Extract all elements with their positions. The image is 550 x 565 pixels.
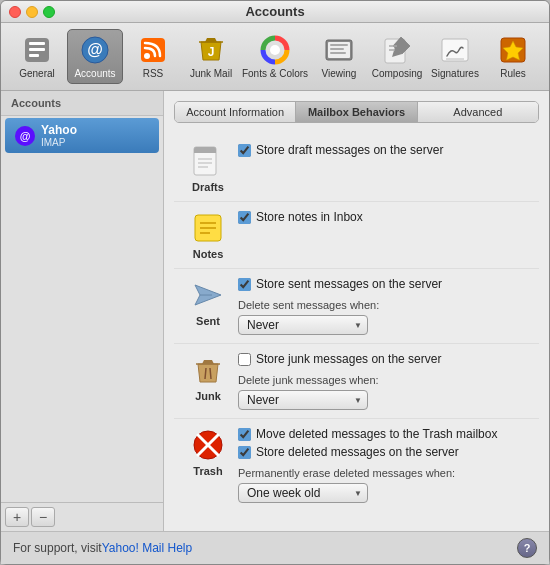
toolbar-rules-label: Rules: [500, 68, 526, 79]
tab-advanced[interactable]: Advanced: [418, 102, 538, 122]
trash-row: Trash Move deleted messages to the Trash…: [174, 419, 539, 511]
signatures-icon: [439, 34, 471, 66]
toolbar-junk-mail-label: Junk Mail: [190, 68, 232, 79]
tab-bar: Account Information Mailbox Behaviors Ad…: [174, 101, 539, 123]
sent-store-checkbox[interactable]: [238, 278, 251, 291]
drafts-controls: Store draft messages on the server: [238, 143, 535, 157]
notes-checkbox-row: Store notes in Inbox: [238, 210, 535, 224]
main-content: Accounts @ Yahoo IMAP + −: [1, 91, 549, 531]
close-button[interactable]: [9, 6, 21, 18]
trash-store-label: Store deleted messages on the server: [256, 445, 459, 459]
drafts-label: Drafts: [192, 181, 224, 193]
account-type: IMAP: [41, 137, 77, 148]
toolbar-rules[interactable]: Rules: [485, 30, 541, 83]
junk-label: Junk: [195, 390, 221, 402]
junk-icon-area: Junk: [178, 352, 238, 402]
sidebar-item-yahoo[interactable]: @ Yahoo IMAP: [5, 118, 159, 153]
toolbar-signatures-label: Signatures: [431, 68, 479, 79]
sidebar-header: Accounts: [1, 91, 163, 116]
help-button[interactable]: ?: [517, 538, 537, 558]
toolbar-fonts-colors[interactable]: Fonts & Colors: [241, 30, 309, 83]
accounts-icon: @: [79, 34, 111, 66]
footer-link[interactable]: Yahoo! Mail Help: [102, 541, 193, 555]
trash-select-wrapper: Never One day old One week old One week …: [238, 483, 368, 503]
rules-icon: [497, 34, 529, 66]
junk-mail-icon: J: [195, 34, 227, 66]
drafts-icon-area: Drafts: [178, 143, 238, 193]
trash-checkbox2-row: Store deleted messages on the server: [238, 445, 535, 459]
svg-rect-14: [330, 48, 344, 50]
add-account-button[interactable]: +: [5, 507, 29, 527]
svg-rect-1: [29, 42, 45, 45]
sent-label: Sent: [196, 315, 220, 327]
drafts-store-checkbox[interactable]: [238, 144, 251, 157]
account-icon: @: [15, 126, 35, 146]
trash-erase-select[interactable]: Never One day old One week old One week …: [238, 483, 368, 503]
tab-mailbox-behaviors[interactable]: Mailbox Behaviors: [296, 102, 417, 122]
toolbar-rss[interactable]: RSS: [125, 30, 181, 83]
footer-text: For support, visit: [13, 541, 102, 555]
svg-rect-13: [330, 44, 348, 46]
notes-icon-area: Notes: [178, 210, 238, 260]
toolbar-junk-mail[interactable]: J Junk Mail: [183, 30, 239, 83]
svg-text:J: J: [208, 45, 215, 59]
toolbar-general-label: General: [19, 68, 55, 79]
account-text: Yahoo IMAP: [41, 123, 77, 148]
trash-move-label: Move deleted messages to the Trash mailb…: [256, 427, 497, 441]
notes-row: Notes Store notes in Inbox: [174, 202, 539, 269]
trash-store-checkbox[interactable]: [238, 446, 251, 459]
svg-rect-2: [29, 48, 45, 51]
toolbar-general[interactable]: General: [9, 30, 65, 83]
drafts-row: Drafts Store draft messages on the serve…: [174, 135, 539, 202]
sidebar: Accounts @ Yahoo IMAP + −: [1, 91, 164, 531]
trash-checkbox1-row: Move deleted messages to the Trash mailb…: [238, 427, 535, 441]
junk-select-row: Never One day old One week old One month…: [238, 390, 535, 410]
sent-select-row: Never One day old One week old One month…: [238, 315, 535, 335]
remove-account-button[interactable]: −: [31, 507, 55, 527]
sent-delete-select[interactable]: Never One day old One week old One month…: [238, 315, 368, 335]
junk-delete-select[interactable]: Never One day old One week old One month…: [238, 390, 368, 410]
maximize-button[interactable]: [43, 6, 55, 18]
sent-icon-area: Sent: [178, 277, 238, 327]
toolbar-accounts-label: Accounts: [74, 68, 115, 79]
toolbar-accounts[interactable]: @ Accounts: [67, 29, 123, 84]
sent-checkbox-row: Store sent messages on the server: [238, 277, 535, 291]
toolbar-viewing[interactable]: Viewing: [311, 30, 367, 83]
toolbar-viewing-label: Viewing: [322, 68, 357, 79]
svg-rect-19: [442, 39, 468, 61]
window-title: Accounts: [245, 4, 304, 19]
general-icon: [21, 34, 53, 66]
drafts-checkbox-row: Store draft messages on the server: [238, 143, 535, 157]
trash-sub-label: Permanently erase deleted messages when:: [238, 467, 535, 479]
sent-sub-label: Delete sent messages when:: [238, 299, 535, 311]
toolbar: General @ Accounts RSS: [1, 23, 549, 91]
trash-move-checkbox[interactable]: [238, 428, 251, 441]
toolbar-fonts-colors-label: Fonts & Colors: [242, 68, 308, 79]
composing-icon: [381, 34, 413, 66]
sent-icon: [190, 277, 226, 313]
notes-store-checkbox[interactable]: [238, 211, 251, 224]
sent-store-label: Store sent messages on the server: [256, 277, 442, 291]
notes-icon: [190, 210, 226, 246]
toolbar-composing[interactable]: Composing: [369, 30, 425, 83]
svg-text:@: @: [20, 130, 31, 142]
sent-controls: Store sent messages on the server Delete…: [238, 277, 535, 335]
junk-store-label: Store junk messages on the server: [256, 352, 441, 366]
svg-rect-3: [29, 54, 39, 57]
drafts-icon: [190, 143, 226, 179]
toolbar-composing-label: Composing: [372, 68, 423, 79]
junk-store-checkbox[interactable]: [238, 353, 251, 366]
tab-account-information[interactable]: Account Information: [175, 102, 296, 122]
trash-icon: [190, 427, 226, 463]
junk-select-wrapper: Never One day old One week old One month…: [238, 390, 368, 410]
toolbar-signatures[interactable]: Signatures: [427, 30, 483, 83]
minimize-button[interactable]: [26, 6, 38, 18]
svg-rect-15: [330, 52, 346, 54]
footer: For support, visit Yahoo! Mail Help ?: [1, 531, 549, 564]
right-panel: Account Information Mailbox Behaviors Ad…: [164, 91, 549, 531]
trash-icon-area: Trash: [178, 427, 238, 477]
account-name: Yahoo: [41, 123, 77, 137]
sent-select-wrapper: Never One day old One week old One month…: [238, 315, 368, 335]
junk-sub-label: Delete junk messages when:: [238, 374, 535, 386]
svg-point-7: [144, 53, 150, 59]
